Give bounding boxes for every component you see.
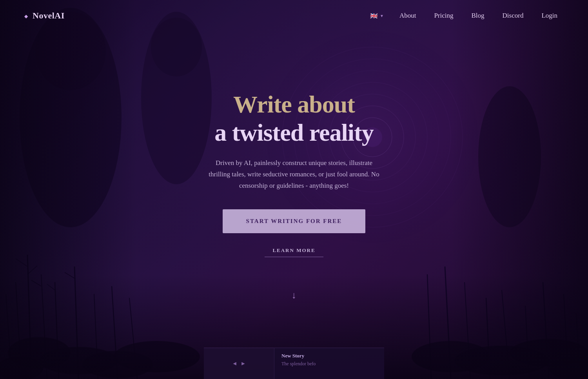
blog-link[interactable]: Blog xyxy=(465,9,492,23)
logo-link[interactable]: ⬥ NovelAI xyxy=(24,11,65,21)
lang-flag-icon: 🇬🇧 xyxy=(370,12,378,20)
logo-text: NovelAI xyxy=(33,11,65,21)
new-story-label: New Story xyxy=(281,353,377,359)
hero-title: Write about a twisted reality xyxy=(214,91,373,147)
navigation: ⬥ NovelAI 🇬🇧 ▼ About Pricing Blog Discor… xyxy=(0,0,588,31)
prev-arrow-icon[interactable]: ◄ xyxy=(232,361,238,367)
scroll-down-arrow: ↓ xyxy=(292,290,296,301)
hero-section: Write about a twisted reality Driven by … xyxy=(0,0,588,379)
language-selector[interactable]: 🇬🇧 ▼ xyxy=(365,10,388,22)
preview-story-text: The splendor befo xyxy=(281,361,377,367)
start-writing-button[interactable]: START WRITING FOR FREE xyxy=(223,209,366,233)
nav-links: 🇬🇧 ▼ About Pricing Blog Discord Login xyxy=(365,9,564,23)
preview-story-panel: New Story The splendor befo xyxy=(274,348,384,379)
hero-title-line2: a twisted reality xyxy=(214,119,373,147)
next-arrow-icon[interactable]: ► xyxy=(241,361,246,367)
app-preview: ◄ ► New Story The splendor befo xyxy=(204,348,384,379)
pricing-link[interactable]: Pricing xyxy=(427,9,460,23)
hero-title-line1: Write about xyxy=(214,91,373,118)
preview-nav-panel: ◄ ► xyxy=(204,348,274,379)
learn-more-link[interactable]: LEARN MORE xyxy=(265,244,323,257)
about-link[interactable]: About xyxy=(392,9,423,23)
login-link[interactable]: Login xyxy=(534,9,564,23)
discord-link[interactable]: Discord xyxy=(495,9,531,23)
hero-subtitle: Driven by AI, painlessly construct uniqu… xyxy=(206,158,382,192)
chevron-down-icon: ▼ xyxy=(380,14,384,18)
logo-icon: ⬥ xyxy=(24,11,29,21)
